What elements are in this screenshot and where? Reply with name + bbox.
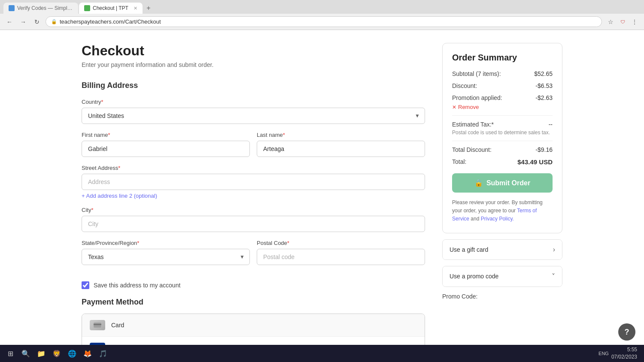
browser-chrome: Verify Codes — SimplyCodes Checkout | TP… <box>0 0 644 30</box>
street-input[interactable] <box>82 174 425 190</box>
browser-actions: ☆ 🛡 ⋮ <box>605 17 640 27</box>
payment-option-card[interactable]: Card <box>82 314 425 337</box>
tab-verify-codes[interactable]: Verify Codes — SimplyCodes <box>3 3 78 14</box>
postal-group: Postal Code* <box>257 240 425 265</box>
tab-checkout[interactable]: Checkout | TPT ✕ <box>79 3 143 14</box>
promo-label: Use a promo code <box>450 273 498 280</box>
payment-section-title: Payment Method <box>82 298 425 307</box>
country-select-wrapper: United States ▼ <box>82 108 425 124</box>
save-address-group: Save this address to my account <box>82 281 425 289</box>
remove-label: Remove <box>458 104 479 110</box>
save-address-checkbox[interactable] <box>82 281 89 289</box>
extensions-button[interactable]: 🛡 <box>617 17 628 27</box>
country-group: Country* United States ▼ <box>82 99 425 124</box>
gift-card-header[interactable]: Use a gift card › <box>443 240 562 259</box>
first-name-label: First name* <box>82 132 250 138</box>
postal-label: Postal Code* <box>257 240 425 246</box>
taskbar-language: ENG <box>598 351 609 356</box>
promotion-value: -$2.63 <box>535 94 553 101</box>
gift-card-chevron-icon: › <box>553 246 555 253</box>
help-button[interactable]: ? <box>618 323 635 341</box>
country-label: Country* <box>82 99 425 105</box>
first-name-input[interactable] <box>82 141 250 157</box>
right-column: Order Summary Subtotal (7 items): $52.65… <box>442 43 562 359</box>
total-discount-value: -$9.16 <box>535 146 553 153</box>
add-address-line-button[interactable]: + Add address line 2 (optional) <box>82 193 425 199</box>
discount-row: Discount: -$6.53 <box>452 82 553 89</box>
tab-close-button[interactable]: ✕ <box>134 6 137 11</box>
remove-promotion-button[interactable]: ✕ Remove <box>452 104 553 110</box>
order-summary-title: Order Summary <box>452 53 553 63</box>
subtotal-value: $52.65 <box>534 70 553 77</box>
tab-label-verify: Verify Codes — SimplyCodes <box>17 5 73 11</box>
billing-section-title: Billing Address <box>82 81 425 90</box>
tax-note: Postal code is used to determine sales t… <box>452 130 553 136</box>
state-group: State/Province/Region* Texas California … <box>82 240 250 265</box>
total-row: Total: $43.49 USD <box>452 158 553 166</box>
city-input[interactable] <box>82 216 425 232</box>
summary-divider <box>452 115 553 116</box>
taskbar: ⊞ 🔍 📁 🦁 🌐 🦊 🎵 ENG 5:55 07/02/2023 <box>0 345 644 362</box>
taskbar-explorer-button[interactable]: 📁 <box>34 347 48 360</box>
reload-button[interactable]: ↻ <box>32 17 42 27</box>
taskbar-clock: 5:55 07/02/2023 <box>611 346 641 361</box>
svg-rect-1 <box>94 324 101 325</box>
taskbar-brave-button[interactable]: 🦁 <box>50 347 64 360</box>
address-bar[interactable]: 🔒 teacherspayteachers.com/Cart/Checkout <box>46 16 602 27</box>
city-label: City* <box>82 207 425 213</box>
state-label: State/Province/Region* <box>82 240 250 246</box>
forward-button[interactable]: → <box>18 17 28 27</box>
menu-button[interactable]: ⋮ <box>629 17 640 27</box>
gift-card-section: Use a gift card › <box>442 239 562 260</box>
taskbar-music-button[interactable]: 🎵 <box>96 347 110 360</box>
taskbar-system-icons: ENG 5:55 07/02/2023 <box>598 346 641 361</box>
tab-icon-checkout <box>84 5 90 11</box>
postal-input[interactable] <box>257 249 425 265</box>
total-label: Total: <box>452 158 466 166</box>
promotion-label: Promotion applied: <box>452 94 502 101</box>
street-label: Street Address* <box>82 165 425 171</box>
tab-icon-verify <box>9 5 15 11</box>
back-button[interactable]: ← <box>4 17 15 27</box>
city-group: City* <box>82 207 425 232</box>
tab-label-checkout: Checkout | TPT <box>93 5 128 11</box>
country-select[interactable]: United States <box>82 108 425 124</box>
promo-chevron-icon: ˅ <box>552 272 555 281</box>
submit-label: Submit Order <box>486 179 530 187</box>
total-discount-row: Total Discount: -$9.16 <box>452 146 553 153</box>
new-tab-button[interactable]: + <box>143 3 154 13</box>
taskbar-chrome-button[interactable]: 🌐 <box>65 347 79 360</box>
save-address-label[interactable]: Save this address to my account <box>94 282 180 289</box>
promo-code-section: Use a promo code ˅ <box>442 266 562 287</box>
last-name-label: Last name* <box>257 132 425 138</box>
total-discount-label: Total Discount: <box>452 146 492 153</box>
url-text: teacherspayteachers.com/Cart/Checkout <box>60 18 161 25</box>
terms-text: Please review your order. By submitting … <box>452 199 553 223</box>
tax-row: Estimated Tax:* -- <box>452 121 553 128</box>
last-name-input[interactable] <box>257 141 425 157</box>
submit-order-button[interactable]: 🔒 Submit Order <box>452 173 553 193</box>
left-column: Checkout Enter your payment information … <box>82 43 425 359</box>
state-postal-row: State/Province/Region* Texas California … <box>82 240 425 273</box>
taskbar-firefox-button[interactable]: 🦊 <box>81 347 94 360</box>
bookmark-button[interactable]: ☆ <box>605 17 616 27</box>
promo-code-header[interactable]: Use a promo code ˅ <box>443 266 562 287</box>
lock-submit-icon: 🔒 <box>474 179 483 187</box>
state-select[interactable]: Texas California New York <box>82 249 250 265</box>
address-bar-row: ← → ↻ 🔒 teacherspayteachers.com/Cart/Che… <box>0 14 644 30</box>
card-icon <box>90 320 105 330</box>
page-title: Checkout <box>82 43 425 59</box>
discount-label: Discount: <box>452 82 477 89</box>
privacy-policy-link[interactable]: Privacy Policy. <box>481 216 514 222</box>
page-subtitle: Enter your payment information and submi… <box>82 61 425 68</box>
street-address-group: Street Address* + Add address line 2 (op… <box>82 165 425 199</box>
total-value: $43.49 USD <box>517 158 553 166</box>
tab-bar: Verify Codes — SimplyCodes Checkout | TP… <box>0 0 644 14</box>
promo-code-field-section: Promo Code: <box>442 293 562 300</box>
taskbar-windows-button[interactable]: ⊞ <box>3 347 17 360</box>
subtotal-row: Subtotal (7 items): $52.65 <box>452 70 553 77</box>
last-name-group: Last name* <box>257 132 425 157</box>
taskbar-search-button[interactable]: 🔍 <box>19 347 33 360</box>
page-content: Checkout Enter your payment information … <box>64 30 580 362</box>
subtotal-label: Subtotal (7 items): <box>452 70 501 77</box>
